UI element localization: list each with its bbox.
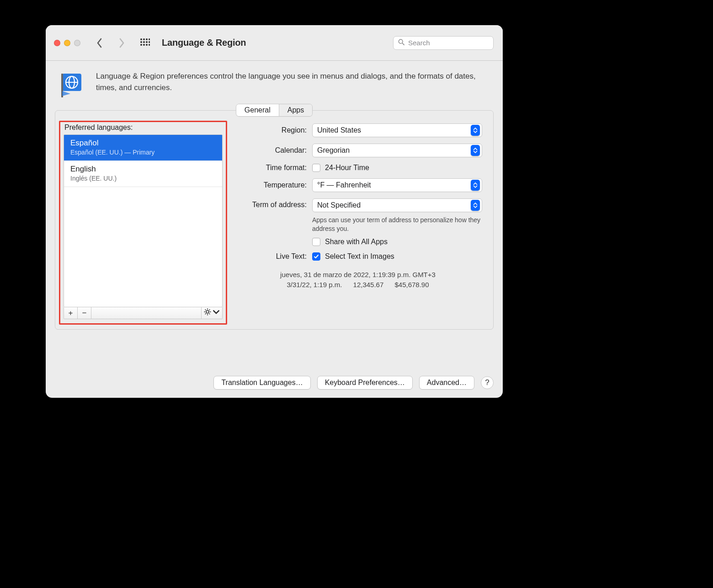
svg-point-3 [149,38,150,40]
sample-currency: $45,678.90 [394,281,429,289]
language-actions-menu[interactable] [201,307,222,319]
svg-line-13 [402,43,404,45]
help-button[interactable]: ? [481,376,494,389]
settings-column: Region: United States Calendar: Gregoria… [234,123,485,319]
show-all-icon[interactable] [139,38,151,48]
window-title: Language & Region [162,37,246,48]
chevron-down-icon [213,308,220,318]
svg-point-6 [146,41,148,43]
language-subtitle: Inglés (EE. UU.) [70,175,216,182]
intro-section: Language & Region preferences control th… [55,71,494,102]
region-value: United States [317,126,471,134]
svg-point-2 [146,38,148,40]
svg-point-4 [140,41,142,43]
language-subtitle: Español (EE. UU.) — Primary [70,149,216,156]
select-text-in-images-label: Select Text in Images [325,252,394,261]
general-panel: Preferred languages: Español Español (EE… [55,110,494,330]
advanced-button[interactable]: Advanced… [419,376,474,390]
region-popup[interactable]: United States [312,123,482,137]
svg-point-1 [143,38,145,40]
format-sample: jueves, 31 de marzo de 2022, 1:19:39 p.m… [234,270,482,290]
window-controls [54,40,80,46]
tab-apps[interactable]: Apps [279,104,312,116]
remove-language-button[interactable]: − [78,307,91,319]
svg-line-28 [209,310,210,310]
calendar-value: Gregorian [317,146,471,155]
list-item[interactable]: Español Español (EE. UU.) — Primary [64,135,222,161]
zoom-window-button [74,40,80,46]
gear-icon [204,308,211,318]
share-all-apps-checkbox[interactable] [312,238,320,246]
svg-marker-19 [62,91,70,96]
24-hour-label: 24-Hour Time [325,164,369,172]
sample-line-1: jueves, 31 de marzo de 2022, 1:19:39 p.m… [234,270,482,280]
preferred-languages-section: Preferred languages: Español Español (EE… [64,123,223,319]
svg-line-27 [205,314,206,315]
keyboard-preferences-button[interactable]: Keyboard Preferences… [317,376,413,390]
svg-point-10 [146,44,148,46]
search-field[interactable] [393,36,494,50]
sample-number: 12,345.67 [353,281,384,289]
select-text-in-images-checkbox[interactable] [312,252,320,261]
calendar-label: Calendar: [234,146,307,155]
temperature-label: Temperature: [234,181,307,189]
minimize-window-button[interactable] [64,40,70,46]
live-text-label: Live Text: [234,252,307,261]
region-label: Region: [234,126,307,134]
back-button[interactable] [95,38,104,48]
term-of-address-value: Not Specified [317,201,471,209]
svg-point-0 [140,38,142,40]
calendar-popup[interactable]: Gregorian [312,144,482,157]
language-name: English [70,165,216,174]
temperature-value: °F — Fahrenheit [317,181,471,189]
toolbar: Language & Region [46,25,503,61]
tabs-segmented-control: General Apps [236,104,313,117]
term-of-address-popup[interactable]: Not Specified [312,198,482,212]
preferred-languages-label: Preferred languages: [64,123,223,132]
search-icon [398,38,407,48]
svg-line-26 [209,314,210,315]
svg-line-25 [205,310,206,310]
svg-point-7 [149,41,150,43]
popup-stepper-icon [471,200,480,211]
translation-languages-button[interactable]: Translation Languages… [213,376,310,390]
popup-stepper-icon [471,125,480,136]
close-window-button[interactable] [54,40,60,46]
popup-stepper-icon [471,180,480,191]
popup-stepper-icon [471,145,480,156]
lang-region-icon [59,71,88,99]
list-item[interactable]: English Inglés (EE. UU.) [64,161,222,187]
term-of-address-help-text: Apps can use your term of address to per… [312,216,482,233]
intro-text: Language & Region preferences control th… [96,71,488,93]
svg-point-20 [206,310,209,313]
term-of-address-label: Term of address: [234,198,307,209]
nav-buttons [95,38,126,48]
content-area: Language & Region preferences control th… [46,61,503,371]
add-language-button[interactable]: + [64,307,78,319]
sample-date: 3/31/22, 1:19 p.m. [287,281,342,289]
time-format-label: Time format: [234,164,307,172]
forward-button [117,38,126,48]
svg-point-9 [143,44,145,46]
footer-buttons: Translation Languages… Keyboard Preferen… [46,371,503,398]
tab-general[interactable]: General [236,104,279,116]
preferences-window: Language & Region Language & Region [46,25,503,398]
svg-point-11 [149,44,150,46]
svg-point-5 [143,41,145,43]
svg-point-8 [140,44,142,46]
preferred-languages-list[interactable]: Español Español (EE. UU.) — Primary Engl… [64,134,223,307]
24-hour-checkbox[interactable] [312,164,320,172]
list-footer: + − [64,307,223,319]
temperature-popup[interactable]: °F — Fahrenheit [312,178,482,192]
language-name: Español [70,139,216,148]
search-input[interactable] [407,38,489,47]
share-all-apps-label: Share with All Apps [325,238,388,246]
